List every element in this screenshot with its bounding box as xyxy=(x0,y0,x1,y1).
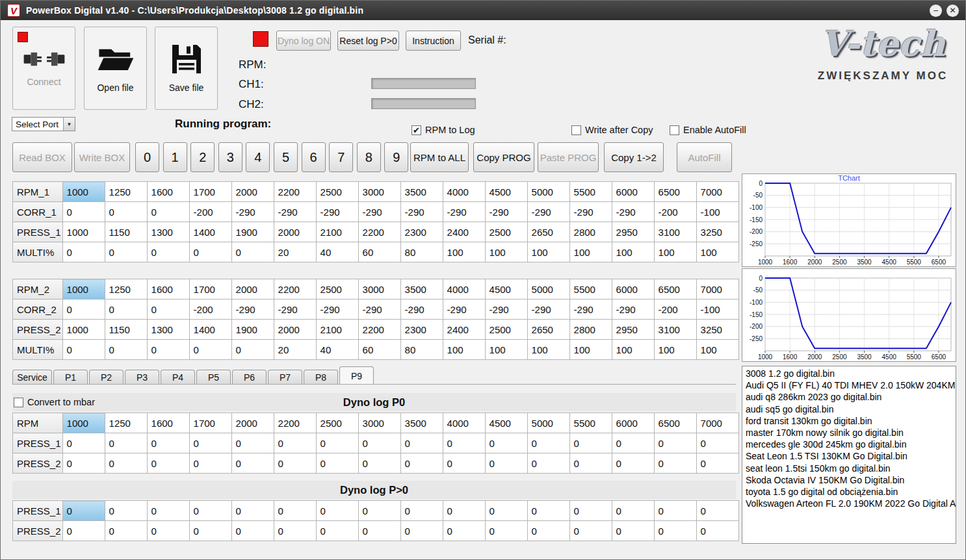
enable-autofill-checkbox[interactable]: Enable AutoFill xyxy=(670,125,746,135)
table-cell[interactable]: 0 xyxy=(105,299,147,320)
tab-p9[interactable]: P9 xyxy=(339,366,374,385)
table-cell[interactable]: 0 xyxy=(231,340,274,360)
table-cell[interactable]: 0 xyxy=(274,433,316,453)
table-cell[interactable]: 3250 xyxy=(696,222,738,242)
table-cell[interactable]: 3500 xyxy=(400,279,443,299)
table-cell[interactable]: 0 xyxy=(358,521,400,541)
table-cell[interactable]: 1600 xyxy=(147,413,189,433)
table-cell[interactable]: 80 xyxy=(400,242,443,262)
table-cell[interactable]: 0 xyxy=(400,453,443,474)
tab-p6[interactable]: P6 xyxy=(232,370,267,385)
table-cell[interactable]: -290 xyxy=(443,299,485,320)
table-cell[interactable]: 100 xyxy=(696,242,738,262)
table-cell[interactable]: 3500 xyxy=(400,182,443,202)
table-cell[interactable]: 0 xyxy=(62,453,105,474)
table-cell[interactable]: 4500 xyxy=(485,182,527,202)
table-cell[interactable]: 0 xyxy=(62,202,105,222)
table-cell[interactable]: 0 xyxy=(62,299,105,320)
table-cell[interactable]: 4500 xyxy=(485,413,527,433)
table-cell[interactable]: -290 xyxy=(485,202,527,222)
table-cell[interactable]: 0 xyxy=(105,202,147,222)
table-cell[interactable]: -290 xyxy=(527,299,569,320)
table-cell[interactable]: -290 xyxy=(612,299,654,320)
table-cell[interactable]: 6500 xyxy=(654,279,696,299)
table-cell[interactable]: 0 xyxy=(358,501,400,521)
reset-log-button[interactable]: Reset log P>0 xyxy=(337,31,399,51)
table-cell[interactable]: 5500 xyxy=(569,279,612,299)
table-cell[interactable]: 2500 xyxy=(485,222,527,242)
minimize-button[interactable]: – xyxy=(930,5,942,17)
table-cell[interactable]: -290 xyxy=(231,202,274,222)
table-cell[interactable]: -200 xyxy=(654,202,696,222)
table-cell[interactable]: 0 xyxy=(527,521,569,541)
autofill-button[interactable]: AutoFill xyxy=(677,142,732,172)
save-file-button[interactable]: Save file xyxy=(155,27,218,110)
table-cell[interactable]: 100 xyxy=(612,242,654,262)
table-cell[interactable]: 2400 xyxy=(443,222,485,242)
table-cell[interactable]: -100 xyxy=(696,299,738,320)
table-cell[interactable]: 0 xyxy=(189,242,231,262)
table-cell[interactable]: 0 xyxy=(189,521,231,541)
file-list-item[interactable]: seat leon 1.5tsi 150km go digital.bin xyxy=(742,463,956,474)
table-cell[interactable]: -290 xyxy=(358,202,400,222)
table-cell[interactable]: 0 xyxy=(569,521,612,541)
table-cell[interactable]: 1000 xyxy=(62,320,105,340)
table-cell[interactable]: 1700 xyxy=(189,182,231,202)
table-cell[interactable]: 0 xyxy=(147,202,189,222)
table-cell[interactable]: 2100 xyxy=(316,222,358,242)
table-cell[interactable]: 2200 xyxy=(274,182,316,202)
table-cell[interactable]: 0 xyxy=(485,433,527,453)
table-cell[interactable]: 0 xyxy=(696,433,738,453)
table-cell[interactable]: -290 xyxy=(400,202,443,222)
table-cell[interactable]: -290 xyxy=(569,299,612,320)
table-cell[interactable]: 5500 xyxy=(569,413,612,433)
table-cell[interactable]: 4000 xyxy=(443,413,485,433)
table-cell[interactable]: 5000 xyxy=(527,182,569,202)
table-cell[interactable]: 2000 xyxy=(231,413,274,433)
table-cell[interactable]: 0 xyxy=(274,521,316,541)
table-cell[interactable]: 7000 xyxy=(696,182,738,202)
table-cell[interactable]: 2000 xyxy=(274,320,316,340)
table-cell[interactable]: 0 xyxy=(316,501,358,521)
table-cell[interactable]: 1400 xyxy=(189,320,231,340)
file-list-item[interactable]: ford transit 130km go digital.bin xyxy=(742,415,956,427)
table-cell[interactable]: 0 xyxy=(316,433,358,453)
table-cell[interactable]: 0 xyxy=(105,521,147,541)
table-cell[interactable]: 0 xyxy=(316,453,358,474)
table-cell[interactable]: -290 xyxy=(231,299,274,320)
tab-p5[interactable]: P5 xyxy=(196,370,231,385)
table-cell[interactable]: 0 xyxy=(231,501,274,521)
table-cell[interactable]: 1000 xyxy=(62,222,105,242)
tab-p7[interactable]: P7 xyxy=(268,370,302,385)
table-cell[interactable]: -290 xyxy=(274,202,316,222)
table-cell[interactable]: 0 xyxy=(485,453,527,474)
table-cell[interactable]: 0 xyxy=(189,501,231,521)
table-cell[interactable]: 40 xyxy=(316,340,358,360)
table-cell[interactable]: 0 xyxy=(274,501,316,521)
file-list-item[interactable]: 3008 1.2 go digital.bin xyxy=(742,368,956,379)
table-cell[interactable]: 60 xyxy=(358,242,400,262)
table-cell[interactable]: 0 xyxy=(105,501,147,521)
table-cell[interactable]: -290 xyxy=(316,299,358,320)
table-cell[interactable]: 0 xyxy=(105,453,147,474)
table-cell[interactable]: 1300 xyxy=(147,222,189,242)
table-cell[interactable]: -290 xyxy=(443,202,485,222)
file-list-item[interactable]: master 170km nowy silnik go digital.bin xyxy=(742,427,956,439)
write-after-copy-checkbox[interactable]: Write after Copy xyxy=(571,125,653,135)
table-cell[interactable]: 0 xyxy=(358,453,400,474)
table-cell[interactable]: 5500 xyxy=(569,182,612,202)
table-cell[interactable]: 1250 xyxy=(105,413,147,433)
table-cell[interactable]: 6000 xyxy=(612,413,654,433)
table-cell[interactable]: 0 xyxy=(274,453,316,474)
table-cell[interactable]: -290 xyxy=(527,202,569,222)
table-cell[interactable]: 20 xyxy=(274,340,316,360)
port-select[interactable]: Select Port ▼ xyxy=(12,117,75,131)
table-cell[interactable]: 1400 xyxy=(189,222,231,242)
table-cell[interactable]: 100 xyxy=(612,340,654,360)
table-cell[interactable]: 0 xyxy=(189,340,231,360)
rpm-to-log-checkbox[interactable]: ✔RPM to Log xyxy=(411,125,475,135)
table-cell[interactable]: 0 xyxy=(231,242,274,262)
table-cell[interactable]: 6500 xyxy=(654,182,696,202)
instruction-button[interactable]: Instruction xyxy=(406,31,461,51)
open-file-button[interactable]: Open file xyxy=(84,27,147,110)
